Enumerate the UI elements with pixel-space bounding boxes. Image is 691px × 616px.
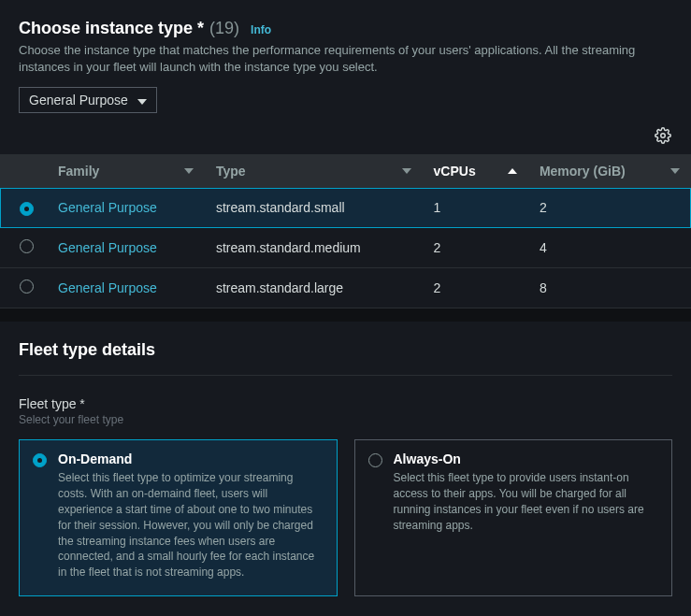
row-radio[interactable] (20, 239, 34, 253)
column-vcpus[interactable]: vCPUs (423, 154, 528, 188)
table-row[interactable]: General Purposestream.standard.small12 (0, 188, 691, 228)
sort-asc-icon (508, 168, 517, 174)
table-row[interactable]: General Purposestream.standard.medium24 (0, 228, 691, 268)
cell-vcpus: 2 (423, 228, 528, 268)
fleet-radio[interactable] (368, 453, 382, 467)
row-radio[interactable] (20, 279, 34, 294)
family-filter-value: General Purpose (29, 93, 128, 107)
column-family[interactable]: Family (47, 154, 205, 188)
column-type[interactable]: Type (205, 154, 423, 188)
family-link[interactable]: General Purpose (58, 240, 157, 255)
page-title: Choose instance type * (19, 19, 204, 38)
cell-type: stream.standard.small (205, 188, 423, 228)
cell-vcpus: 1 (423, 188, 528, 228)
cell-memory: 8 (528, 268, 691, 308)
sort-icon (184, 168, 194, 174)
cell-type: stream.standard.medium (205, 228, 423, 268)
fleet-option-desc: Select this fleet type to provide users … (394, 470, 659, 533)
instance-count: (19) (209, 19, 239, 38)
fleet-option-desc: Select this fleet type to optimize your … (58, 470, 324, 580)
svg-point-0 (661, 134, 666, 138)
gear-icon (655, 127, 671, 144)
info-link[interactable]: Info (251, 23, 271, 36)
cell-vcpus: 2 (423, 268, 528, 308)
cell-memory: 4 (528, 228, 691, 268)
settings-button[interactable] (654, 126, 672, 145)
fleet-option-title: On-Demand (58, 451, 324, 466)
fleet-option-always-on[interactable]: Always-OnSelect this fleet type to provi… (354, 439, 673, 596)
page-description: Choose the instance type that matches th… (19, 42, 672, 76)
family-filter-dropdown[interactable]: General Purpose (19, 87, 157, 113)
fleet-option-on-demand[interactable]: On-DemandSelect this fleet type to optim… (19, 439, 338, 596)
fleet-type-label: Fleet type * (19, 396, 672, 411)
fleet-option-title: Always-On (394, 451, 659, 466)
column-memory[interactable]: Memory (GiB) (528, 154, 691, 188)
column-select (0, 154, 47, 188)
fleet-type-hint: Select your fleet type (19, 413, 672, 426)
row-radio[interactable] (20, 202, 34, 216)
sort-icon (670, 168, 680, 174)
family-link[interactable]: General Purpose (58, 280, 157, 295)
instance-type-table: Family Type vCPUs Memory (GiB) (0, 154, 691, 308)
fleet-type-details-header: Fleet type details (19, 340, 672, 360)
table-row[interactable]: General Purposestream.standard.large28 (0, 268, 691, 308)
cell-memory: 2 (528, 188, 691, 228)
cell-type: stream.standard.large (205, 268, 423, 308)
caret-down-icon (137, 93, 147, 107)
fleet-radio[interactable] (33, 453, 47, 467)
family-link[interactable]: General Purpose (58, 200, 157, 215)
sort-icon (402, 168, 411, 174)
